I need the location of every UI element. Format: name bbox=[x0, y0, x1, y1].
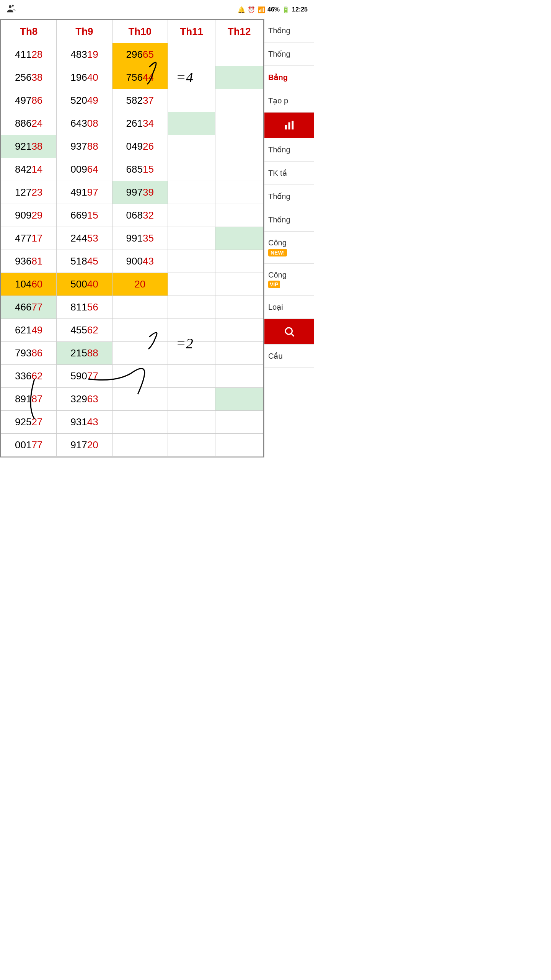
cell-th10-row16 bbox=[112, 411, 168, 434]
cell-th11-row6 bbox=[168, 181, 215, 204]
sidebar-item-thong1[interactable]: Thống bbox=[264, 19, 314, 42]
sidebar-item-thong4[interactable]: Thống bbox=[264, 185, 314, 208]
lottery-table: Th8 Th9 Th10 Th11 Th12 41128483192966525… bbox=[1, 20, 263, 457]
cell-th9-row9: 51845 bbox=[57, 250, 112, 273]
status-right: 🔔 ⏰ 📶 46% 🔋 12:25 bbox=[238, 6, 308, 13]
table-row: 9252793143 bbox=[1, 411, 263, 434]
cell-th9-row12: 45562 bbox=[57, 319, 112, 342]
table-row: 842140096468515 bbox=[1, 158, 263, 181]
cell-th8-row17: 00177 bbox=[1, 434, 57, 457]
cell-th11-row3 bbox=[168, 112, 215, 135]
cell-th12-row4 bbox=[215, 135, 263, 158]
sidebar-item-loai[interactable]: Loại bbox=[264, 296, 314, 319]
cell-th10-row3: 26134 bbox=[112, 112, 168, 135]
sidebar-item-cong-new[interactable]: Công NEW! bbox=[264, 232, 314, 264]
svg-rect-3 bbox=[288, 122, 290, 130]
table-row: 497865204958237 bbox=[1, 89, 263, 112]
cell-th11-row14 bbox=[168, 365, 215, 388]
cell-th11-row15 bbox=[168, 388, 215, 411]
table-row: 411284831929665 bbox=[1, 43, 263, 66]
cell-th10-row4: 04926 bbox=[112, 135, 168, 158]
cell-th12-row2 bbox=[215, 89, 263, 112]
cell-th10-row9: 90043 bbox=[112, 250, 168, 273]
sidebar-item-tao[interactable]: Tạo p bbox=[264, 89, 314, 113]
cell-th9-row14: 59077 bbox=[57, 365, 112, 388]
cell-th12-row12 bbox=[215, 319, 263, 342]
cell-th9-row16: 93143 bbox=[57, 411, 112, 434]
cell-th8-row15: 89187 bbox=[1, 388, 57, 411]
cell-th11-row2 bbox=[168, 89, 215, 112]
sidebar-btn-chart[interactable] bbox=[264, 113, 314, 138]
sidebar-item-thong3[interactable]: Thống bbox=[264, 138, 314, 162]
cell-th8-row10: 10460 bbox=[1, 273, 57, 296]
table-row: 4667781156 bbox=[1, 296, 263, 319]
table-row: 256381964075644 bbox=[1, 66, 263, 89]
cell-th10-row15 bbox=[112, 388, 168, 411]
cell-th11-row0 bbox=[168, 43, 215, 66]
cell-th12-row6 bbox=[215, 181, 263, 204]
battery-percent: 46% bbox=[267, 6, 280, 13]
col-th9: Th9 bbox=[57, 20, 112, 43]
search-icon bbox=[284, 326, 295, 337]
cell-th9-row3: 64308 bbox=[57, 112, 112, 135]
svg-rect-4 bbox=[292, 121, 293, 130]
table-row: 477172445399135 bbox=[1, 227, 263, 250]
chart-icon bbox=[284, 119, 295, 131]
cell-th10-row5: 68515 bbox=[112, 158, 168, 181]
cell-th10-row14 bbox=[112, 365, 168, 388]
sidebar-item-cau[interactable]: Cầu bbox=[264, 345, 314, 368]
cell-th11-row8 bbox=[168, 227, 215, 250]
cell-th8-row0: 41128 bbox=[1, 43, 57, 66]
cell-th8-row2: 49786 bbox=[1, 89, 57, 112]
table-row: 104605004020 bbox=[1, 273, 263, 296]
table-row: 6214945562 bbox=[1, 319, 263, 342]
signal-icon: 📶 bbox=[258, 6, 265, 13]
cell-th11-row4 bbox=[168, 135, 215, 158]
cell-th12-row8 bbox=[215, 227, 263, 250]
cell-th11-row12 bbox=[168, 319, 215, 342]
sidebar-item-cong-vip[interactable]: Công VIP bbox=[264, 264, 314, 296]
cell-th10-row1: 75644 bbox=[112, 66, 168, 89]
cell-th9-row5: 00964 bbox=[57, 158, 112, 181]
cell-th8-row8: 47717 bbox=[1, 227, 57, 250]
cell-th12-row0 bbox=[215, 43, 263, 66]
cell-th9-row2: 52049 bbox=[57, 89, 112, 112]
cell-th9-row11: 81156 bbox=[57, 296, 112, 319]
cell-th10-row10: 20 bbox=[112, 273, 168, 296]
sidebar-item-thong2[interactable]: Thống bbox=[264, 42, 314, 66]
alarm-icon: ⏰ bbox=[248, 6, 255, 13]
cell-th9-row7: 66915 bbox=[57, 204, 112, 227]
cell-th10-row17 bbox=[112, 434, 168, 457]
clock: 12:25 bbox=[292, 6, 308, 13]
cell-th9-row15: 32963 bbox=[57, 388, 112, 411]
cell-th10-row8: 99135 bbox=[112, 227, 168, 250]
notification-icon: 🔔 bbox=[238, 6, 245, 13]
cell-th12-row3 bbox=[215, 112, 263, 135]
sidebar-btn-search[interactable] bbox=[264, 319, 314, 345]
cell-th11-row7 bbox=[168, 204, 215, 227]
cell-th8-row14: 33662 bbox=[1, 365, 57, 388]
cell-th12-row13 bbox=[215, 342, 263, 365]
table-row: 936815184590043 bbox=[1, 250, 263, 273]
sidebar-item-bang[interactable]: Bảng bbox=[264, 66, 314, 89]
table-row: 3366259077 bbox=[1, 365, 263, 388]
cell-th12-row5 bbox=[215, 158, 263, 181]
cell-th12-row7 bbox=[215, 204, 263, 227]
sidebar-item-tktau[interactable]: TK tầ bbox=[264, 162, 314, 185]
cell-th9-row13: 21588 bbox=[57, 342, 112, 365]
cell-th10-row2: 58237 bbox=[112, 89, 168, 112]
svg-line-6 bbox=[291, 334, 294, 336]
cell-th11-row17 bbox=[168, 434, 215, 457]
cell-th8-row11: 46677 bbox=[1, 296, 57, 319]
sidebar-item-thong5[interactable]: Thống bbox=[264, 208, 314, 232]
table-row: 909296691506832 bbox=[1, 204, 263, 227]
cell-th11-row16 bbox=[168, 411, 215, 434]
col-th10: Th10 bbox=[112, 20, 168, 43]
svg-rect-2 bbox=[285, 125, 287, 129]
cell-th11-row5 bbox=[168, 158, 215, 181]
table-row: 921389378804926 bbox=[1, 135, 263, 158]
cell-th9-row1: 19640 bbox=[57, 66, 112, 89]
cell-th12-row10 bbox=[215, 273, 263, 296]
svg-point-0 bbox=[9, 5, 11, 8]
cell-th10-row7: 06832 bbox=[112, 204, 168, 227]
